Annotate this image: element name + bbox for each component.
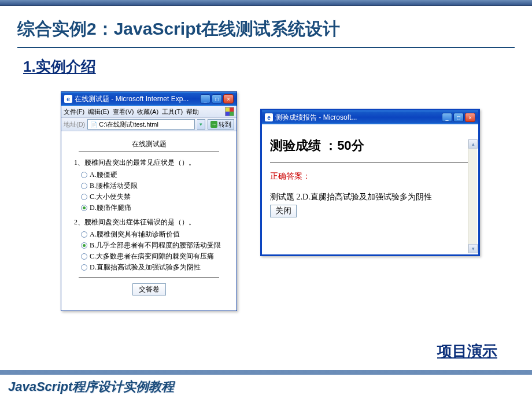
answer-line: 测试题 2.D.直腿抬高试验及加强试验多为阴性 (270, 192, 470, 202)
menu-edit[interactable]: 编辑(E) (88, 108, 109, 116)
q2-opt-a-label: A.腰椎侧突具有辅助诊断价值 (90, 230, 180, 239)
q1-opt-d-label: D.腰痛伴腿痛 (90, 203, 131, 213)
submit-row: 交答卷 (68, 283, 230, 295)
address-dropdown-button[interactable]: ▾ (197, 119, 205, 130)
result-window-title: 测验成绩报告 - Microsoft... (275, 113, 439, 123)
radio-icon (81, 231, 87, 238)
ie-icon: e (64, 95, 72, 103)
ie-icon: e (265, 113, 273, 121)
q1-option-a[interactable]: A.腰僵硬 (81, 170, 230, 180)
question-2-options: A.腰椎侧突具有辅助诊断价值 B.几乎全部患者有不同程度的腰部活动受限 C.大多… (81, 230, 230, 272)
q2-option-a[interactable]: A.腰椎侧突具有辅助诊断价值 (81, 230, 230, 239)
close-button[interactable]: × (223, 94, 234, 104)
address-label: 地址(D) (64, 120, 85, 129)
slide-top-bar (0, 0, 532, 6)
quiz-heading: 在线测试题 (68, 139, 230, 149)
window-controls: _ □ × (442, 113, 475, 122)
minimize-button[interactable]: _ (200, 94, 210, 104)
q2-option-d[interactable]: D.直腿抬高试验及加强试验多为阴性 (81, 263, 230, 272)
radio-icon (81, 253, 87, 260)
minimize-button[interactable]: _ (442, 113, 452, 122)
window-controls: _ □ × (200, 94, 234, 104)
radio-icon (81, 183, 87, 189)
q1-opt-a-label: A.腰僵硬 (90, 170, 117, 180)
result-titlebar: e 测验成绩报告 - Microsoft... _ □ × (262, 110, 478, 124)
score-prefix: 测验成绩 ： (270, 138, 337, 153)
close-result-button[interactable]: 关闭 (270, 205, 297, 217)
screenshots-area: e 在线测试题 - Microsoft Internet Exp... _ □ … (0, 91, 532, 311)
title-rule (17, 47, 515, 48)
ie-address-bar: 地址(D) 📄 C:\在线测试\test.html ▾ → 转到 (61, 118, 237, 131)
radio-icon (81, 194, 87, 200)
slide-title: 综合实例2：JavaScript在线测试系统设计 (17, 17, 515, 41)
quiz-browser-window: e 在线测试题 - Microsoft Internet Exp... _ □ … (61, 91, 237, 311)
menu-help[interactable]: 帮助 (186, 108, 199, 116)
result-page-content: 测验成绩 ：50分 正确答案： 测试题 2.D.直腿抬高试验及加强试验多为阴性 … (262, 124, 478, 254)
document-icon: 📄 (90, 121, 97, 128)
go-button[interactable]: → 转到 (208, 119, 234, 130)
quiz-titlebar: e 在线测试题 - Microsoft Internet Exp... _ □ … (61, 92, 237, 106)
slide-footer: JavaScript程序设计实例教程 (0, 370, 532, 399)
address-input[interactable]: 📄 C:\在线测试\test.html (87, 119, 195, 130)
go-arrow-icon: → (210, 121, 217, 128)
ie-menubar: 文件(F) 编辑(E) 查看(V) 收藏(A) 工具(T) 帮助 (61, 106, 237, 118)
radio-icon-checked (81, 205, 87, 211)
menu-file[interactable]: 文件(F) (64, 108, 84, 116)
q2-option-b[interactable]: B.几乎全部患者有不同程度的腰部活动受限 (81, 241, 230, 250)
result-browser-window: e 测验成绩报告 - Microsoft... _ □ × 测验成绩 ：50分 … (260, 109, 480, 256)
radio-icon (81, 264, 87, 271)
q1-option-d[interactable]: D.腰痛伴腿痛 (81, 203, 230, 213)
score-line: 测验成绩 ：50分 (270, 137, 470, 154)
q1-opt-c-label: C.大小便失禁 (90, 192, 131, 202)
correct-answer-label: 正确答案： (270, 171, 470, 182)
scroll-up-button[interactable]: ▴ (468, 139, 478, 149)
q2-option-c[interactable]: C.大多数患者在病变间隙的棘突间有压痛 (81, 252, 230, 261)
q2-opt-c-label: C.大多数患者在病变间隙的棘突间有压痛 (90, 252, 214, 261)
radio-icon-checked (81, 242, 87, 249)
menu-tools[interactable]: 工具(T) (162, 108, 183, 116)
footer-text: JavaScript程序设计实例教程 (8, 378, 524, 396)
quiz-page-content: 在线测试题 1、腰椎间盘突出的最常见症状是（）。 A.腰僵硬 B.腰椎活动受限 … (61, 131, 237, 311)
question-2-prompt: 2、腰椎间盘突出症体征错误的是（）。 (74, 217, 230, 227)
radio-icon (81, 172, 87, 178)
question-1-options: A.腰僵硬 B.腰椎活动受限 C.大小便失禁 D.腰痛伴腿痛 (81, 170, 230, 213)
submit-button[interactable]: 交答卷 (132, 283, 166, 295)
close-button[interactable]: × (465, 113, 475, 122)
q2-opt-b-label: B.几乎全部患者有不同程度的腰部活动受限 (90, 241, 221, 250)
windows-logo-icon (225, 107, 234, 116)
go-label: 转到 (219, 120, 231, 129)
q1-opt-b-label: B.腰椎活动受限 (90, 181, 138, 191)
maximize-button[interactable]: □ (453, 113, 464, 122)
q2-opt-d-label: D.直腿抬高试验及加强试验多为阴性 (90, 263, 201, 272)
maximize-button[interactable]: □ (212, 94, 222, 104)
menu-favorites[interactable]: 收藏(A) (137, 108, 158, 116)
scroll-down-button[interactable]: ▾ (468, 244, 478, 253)
question-1-prompt: 1、腰椎间盘突出的最常见症状是（）。 (74, 158, 230, 168)
scrollbar[interactable]: ▴ ▾ (468, 139, 477, 253)
section-heading: 1.实例介绍 (23, 57, 509, 77)
project-demo-link[interactable]: 项目演示 (437, 341, 497, 361)
q1-option-b[interactable]: B.腰椎活动受限 (81, 181, 230, 191)
result-rule (270, 162, 470, 163)
q1-option-c[interactable]: C.大小便失禁 (81, 192, 230, 202)
menu-view[interactable]: 查看(V) (113, 108, 134, 116)
quiz-rule-2 (79, 277, 219, 278)
address-value: C:\在线测试\test.html (99, 120, 158, 129)
quiz-window-title: 在线测试题 - Microsoft Internet Exp... (75, 94, 198, 104)
quiz-rule (79, 152, 219, 152)
score-value: 50分 (337, 138, 364, 153)
